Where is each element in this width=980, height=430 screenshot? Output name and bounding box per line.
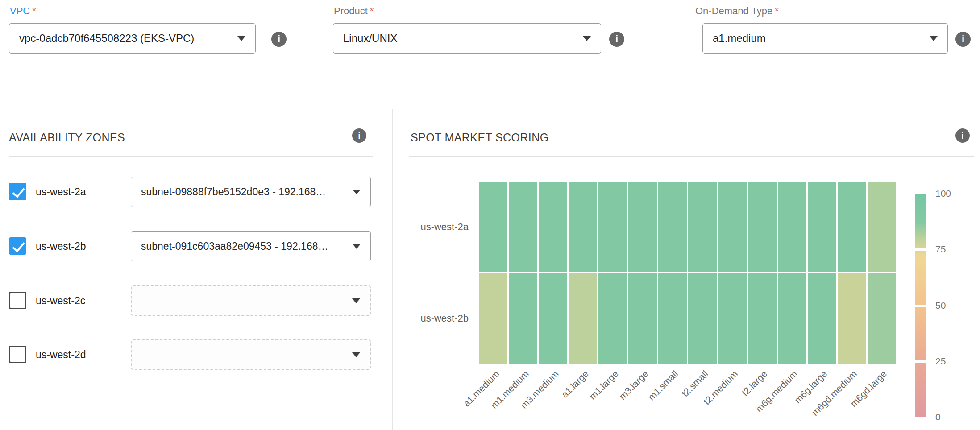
heatmap-grid — [479, 182, 896, 364]
spot-market-scoring-info-icon[interactable]: i — [955, 128, 970, 143]
chevron-down-icon — [583, 36, 591, 41]
heatmap-cell-us-west-2b-m6g.medium — [778, 273, 806, 364]
zone-label: us-west-2c — [36, 285, 85, 316]
zone-checkbox[interactable] — [9, 292, 26, 309]
y-axis-label: us-west-2a — [361, 221, 469, 233]
product-required-asterisk: * — [370, 5, 374, 17]
x-axis-label: m3.large — [617, 368, 651, 402]
legend-gap — [915, 360, 926, 363]
vpc-info-icon[interactable]: i — [271, 32, 287, 47]
chevron-down-icon — [352, 352, 360, 357]
availability-zones-info-icon[interactable]: i — [352, 128, 366, 143]
chevron-down-icon — [930, 36, 938, 41]
product-select-value: Linux/UNIX — [343, 32, 577, 45]
heatmap-cell-us-west-2b-a1.medium — [479, 273, 507, 364]
x-axis-label: t2.large — [740, 368, 770, 398]
on-demand-type-label-text: On-Demand Type — [695, 5, 772, 17]
x-axis-label: m1.large — [587, 368, 621, 402]
heatmap-cell-us-west-2a-t2.large — [748, 182, 777, 272]
subnet-select[interactable]: subnet-09888f7be5152d0e3 - 192.168… — [131, 177, 371, 207]
x-axis-label: m1.small — [646, 368, 680, 402]
heatmap-cell-us-west-2a-m6gd.medium — [838, 182, 866, 272]
vpc-label-text: VPC — [10, 5, 30, 17]
product-label: Product* — [334, 5, 374, 17]
heatmap-cell-us-west-2a-m1.medium — [509, 182, 537, 272]
product-select[interactable]: Linux/UNIX — [333, 23, 601, 54]
availability-zones-divider — [9, 156, 373, 157]
heatmap-cell-us-west-2b-t2.medium — [718, 273, 747, 364]
zone-row-us-west-2a: us-west-2a subnet-09888f7be5152d0e3 - 19… — [9, 176, 371, 207]
subnet-select[interactable]: subnet-091c603aa82e09453 - 192.168… — [131, 231, 371, 261]
checkmark-icon — [12, 239, 25, 252]
heatmap-cell-us-west-2a-m6g.large — [808, 182, 836, 272]
on-demand-type-info-icon[interactable]: i — [955, 32, 971, 47]
x-axis-label: a1.large — [559, 368, 591, 400]
legend-tick-label: 100 — [935, 188, 951, 199]
zone-row-us-west-2b: us-west-2b subnet-091c603aa82e09453 - 19… — [9, 231, 371, 262]
legend-tick-label: 75 — [935, 244, 946, 255]
heatmap-cell-us-west-2a-m6g.medium — [778, 182, 806, 272]
heatmap-cell-us-west-2b-m1.small — [658, 273, 687, 364]
heatmap-cell-us-west-2a-t2.small — [688, 182, 717, 272]
on-demand-type-select-value: a1.medium — [713, 32, 924, 45]
panel-divider — [392, 109, 393, 430]
product-info-icon[interactable]: i — [609, 32, 624, 47]
heatmap-cell-us-west-2a-m1.small — [658, 182, 687, 272]
heatmap-cell-us-west-2a-a1.large — [569, 182, 597, 272]
vpc-select-value: vpc-0adcb70f645508223 (EKS-VPC) — [19, 32, 232, 45]
chevron-down-icon — [353, 244, 361, 249]
heatmap-cell-us-west-2b-m3.large — [628, 273, 657, 364]
zone-label: us-west-2b — [36, 231, 86, 262]
legend-tick-label: 0 — [935, 412, 941, 422]
vpc-required-asterisk: * — [32, 5, 36, 17]
heatmap-cell-us-west-2a-t2.medium — [718, 182, 747, 272]
heatmap-cell-us-west-2b-t2.small — [688, 273, 717, 364]
chevron-down-icon — [237, 36, 245, 41]
product-label-text: Product — [334, 5, 368, 17]
heatmap-cell-us-west-2a-m3.large — [628, 182, 657, 272]
x-axis-label: t2.small — [680, 368, 710, 399]
availability-zones-title: AVAILABILITY ZONES — [9, 131, 125, 144]
legend-gap — [915, 248, 926, 251]
heatmap-cell-us-west-2b-t2.large — [748, 273, 777, 364]
legend-tick-label: 25 — [935, 356, 946, 367]
subnet-select-value: subnet-091c603aa82e09453 - 192.168… — [141, 240, 347, 252]
spot-market-scoring-title: SPOT MARKET SCORING — [411, 131, 549, 144]
heatmap-cell-us-west-2a-m6gd.large — [868, 182, 896, 272]
zone-checkbox[interactable] — [9, 183, 26, 200]
zone-label: us-west-2a — [36, 176, 86, 207]
subnet-select[interactable] — [131, 339, 371, 370]
y-axis-label: us-west-2b — [361, 313, 469, 324]
vpc-select[interactable]: vpc-0adcb70f645508223 (EKS-VPC) — [9, 23, 256, 54]
heatmap-cell-us-west-2a-m1.large — [598, 182, 627, 272]
heatmap-cell-us-west-2a-a1.medium — [479, 182, 507, 272]
heatmap-cell-us-west-2b-m1.large — [598, 273, 627, 364]
subnet-select-value: subnet-09888f7be5152d0e3 - 192.168… — [141, 186, 347, 198]
subnet-select[interactable] — [131, 285, 371, 316]
heatmap-cell-us-west-2b-a1.large — [569, 273, 597, 364]
legend-gap — [915, 305, 926, 307]
vpc-label: VPC* — [10, 5, 36, 17]
heatmap-cell-us-west-2b-m6g.large — [808, 273, 836, 364]
heatmap-cell-us-west-2b-m6gd.medium — [838, 273, 866, 364]
legend-tick-label: 50 — [935, 300, 946, 311]
on-demand-type-label: On-Demand Type* — [695, 5, 779, 17]
zone-label: us-west-2d — [36, 339, 86, 370]
heatmap-cell-us-west-2b-m6gd.large — [868, 273, 896, 364]
spot-market-scoring-divider — [409, 156, 974, 157]
heatmap-cell-us-west-2a-m3.medium — [539, 182, 567, 272]
zone-checkbox[interactable] — [9, 237, 26, 255]
page: VPC* vpc-0adcb70f645508223 (EKS-VPC) i P… — [0, 0, 980, 430]
on-demand-type-select[interactable]: a1.medium — [702, 23, 948, 54]
heatmap-cell-us-west-2b-m1.medium — [509, 273, 537, 364]
checkmark-icon — [12, 185, 25, 198]
zone-row-us-west-2d: us-west-2d — [9, 339, 371, 370]
chevron-down-icon — [352, 298, 360, 303]
zone-row-us-west-2c: us-west-2c — [9, 285, 371, 316]
zone-checkbox[interactable] — [9, 346, 26, 363]
heatmap-cell-us-west-2b-m3.medium — [539, 273, 567, 364]
chevron-down-icon — [353, 190, 361, 194]
on-demand-type-required-asterisk: * — [775, 5, 779, 17]
